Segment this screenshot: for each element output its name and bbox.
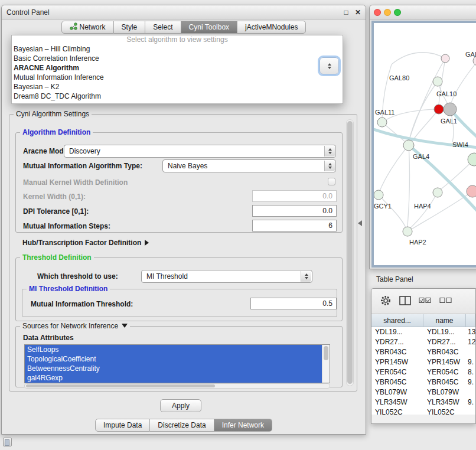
dpi-tolerance-field[interactable]: 0.0	[252, 205, 337, 217]
network-node[interactable]	[467, 185, 476, 197]
tab-cyni-toolbox[interactable]: Cyni Toolbox	[181, 21, 237, 34]
network-edge[interactable]	[409, 81, 438, 140]
network-node[interactable]	[403, 227, 412, 236]
threshold-definition-group: Threshold Definition Which threshold to …	[15, 257, 343, 321]
combo-arrows-icon[interactable]	[324, 161, 335, 171]
list-vertical-scrollbar[interactable]	[322, 345, 330, 383]
column-header-shared-name[interactable]: shared...	[371, 314, 423, 327]
mi-steps-label: Mutual Information Steps:	[23, 222, 110, 230]
network-node[interactable]	[433, 188, 442, 197]
network-node-label: GAL80	[389, 74, 409, 81]
tab-infer-network[interactable]: Infer Network	[214, 419, 272, 432]
algorithm-option-selected[interactable]: ARACNE Algorithm	[12, 63, 343, 73]
table-cell: YIL052C	[423, 407, 466, 415]
network-edge[interactable]	[380, 145, 409, 191]
list-item[interactable]: SelfLoops	[25, 345, 322, 354]
algorithm-option[interactable]: Mutual Information Inference	[12, 73, 343, 82]
table-row[interactable]: YDL19...YDL19...13	[371, 327, 475, 337]
dpi-tolerance-label: DPI Tolerance [0,1]:	[23, 207, 89, 216]
mi-steps-field[interactable]: 6	[252, 220, 337, 231]
table-header-row: shared... name	[371, 314, 475, 327]
table-row[interactable]: YBR043CYBR043C	[371, 347, 475, 357]
algorithm-option[interactable]: Bayesian – Hill Climbing	[12, 44, 343, 54]
columns-icon[interactable]	[399, 296, 411, 307]
table-row[interactable]: YIL052CYIL052C	[371, 407, 475, 415]
minimize-traffic-light[interactable]	[384, 9, 391, 16]
which-threshold-select[interactable]: MI Threshold	[141, 270, 312, 283]
combo-arrows-icon[interactable]	[324, 146, 335, 156]
float-window-button[interactable]: □	[342, 8, 350, 17]
mi-type-select[interactable]: Naive Bayes	[162, 159, 336, 172]
hub-section-toggle[interactable]: Hub/Transcription Factor Definition	[22, 239, 149, 247]
table-cell: YDR27...	[371, 337, 423, 347]
network-node-label: GAL10	[436, 90, 457, 97]
table-row[interactable]: YBL079WYBL079W	[371, 387, 475, 397]
network-window-titlebar[interactable]	[370, 5, 476, 19]
tab-label: Select	[153, 23, 172, 31]
network-node[interactable]	[441, 54, 449, 63]
tab-select[interactable]: Select	[145, 21, 181, 34]
network-edge[interactable]	[379, 195, 406, 227]
aracne-mode-select[interactable]: Discovery	[64, 145, 336, 158]
network-node[interactable]	[433, 77, 442, 86]
gear-icon[interactable]	[380, 295, 392, 308]
select-all-icon[interactable]	[419, 297, 432, 306]
table-panel-title: Table Panel	[371, 273, 476, 286]
panel-collapse-arrow[interactable]	[358, 220, 362, 226]
tab-network[interactable]: Network	[61, 21, 114, 34]
list-horizontal-scrollbar[interactable]	[24, 383, 330, 389]
kernel-width-field[interactable]: 0.0	[252, 190, 337, 202]
scrollbar-thumb[interactable]	[347, 121, 353, 384]
network-tab-icon	[70, 22, 77, 32]
network-node[interactable]	[444, 103, 457, 116]
table-row[interactable]: YBR045CYBR045C9.	[371, 377, 475, 387]
control-panel-titlebar[interactable]: Control Panel □ ✕	[2, 5, 366, 19]
algorithm-option[interactable]: Bayesian – K2	[12, 82, 343, 92]
table-row[interactable]: YER054CYER054C8.	[371, 367, 475, 377]
network-node[interactable]	[403, 140, 414, 151]
network-node[interactable]	[434, 105, 444, 114]
combo-arrows-icon[interactable]	[301, 271, 311, 282]
table-cell: YDL19...	[423, 327, 466, 337]
column-header-extra[interactable]	[466, 314, 475, 327]
sources-toggle[interactable]: Sources for Network Inference	[20, 322, 130, 331]
close-traffic-light[interactable]	[374, 9, 381, 16]
scrollbar-thumb[interactable]	[324, 346, 328, 360]
algorithm-dropdown-popup: Select algorithm to view settings Bayesi…	[11, 35, 343, 104]
network-edge[interactable]	[407, 145, 409, 227]
settings-scrollbar[interactable]	[346, 119, 354, 386]
deselect-all-icon[interactable]	[439, 297, 452, 306]
network-edge[interactable]	[392, 53, 445, 64]
table-cell: YPR145W	[371, 357, 423, 367]
algorithm-combo-arrow-button[interactable]	[319, 57, 339, 74]
apply-button[interactable]: Apply	[160, 399, 201, 412]
table-row[interactable]: YDR27...YDR27...12	[371, 337, 475, 347]
network-node[interactable]	[377, 118, 387, 127]
list-item[interactable]: gal4RGexp	[25, 373, 322, 383]
network-canvas[interactable]: GAL80GAL10GAL11GAL1SWI4GAL4GCY1HAP4HAP2G…	[371, 21, 476, 268]
mi-threshold-field[interactable]: 0.5	[250, 298, 337, 309]
algorithm-option[interactable]: Basic Correlation Inference	[12, 54, 343, 63]
column-header-name[interactable]: name	[423, 314, 466, 327]
network-edge[interactable]	[409, 58, 445, 141]
tab-jactivemodules[interactable]: jActiveMNodules	[237, 21, 306, 34]
manual-kernel-checkbox[interactable]	[328, 178, 335, 185]
close-window-button[interactable]: ✕	[354, 8, 362, 17]
network-edge[interactable]	[412, 109, 439, 141]
zoom-traffic-light[interactable]	[394, 9, 401, 16]
table-row[interactable]: YPR145WYPR145W9.	[371, 357, 475, 367]
list-item[interactable]: BetweennessCentrality	[25, 364, 322, 373]
tab-discretize-data[interactable]: Discretize Data	[150, 419, 214, 432]
data-attributes-list[interactable]: SelfLoops TopologicalCoefficient Between…	[24, 344, 330, 383]
minimized-panel-icon[interactable]	[3, 438, 12, 446]
network-node-label: GAL11	[375, 109, 395, 116]
network-edge[interactable]	[410, 193, 438, 228]
algorithm-option[interactable]: Dream8 DC_TDC Algorithm	[12, 92, 343, 101]
tab-impute-data[interactable]: Impute Data	[95, 419, 150, 432]
table-row[interactable]: YLR345WYLR345W9.	[371, 397, 475, 407]
collapse-down-icon	[122, 324, 128, 328]
list-item[interactable]: TopologicalCoefficient	[25, 354, 322, 364]
scrollbar-thumb[interactable]	[26, 384, 215, 387]
network-node[interactable]	[374, 190, 383, 200]
tab-style[interactable]: Style	[114, 21, 146, 34]
